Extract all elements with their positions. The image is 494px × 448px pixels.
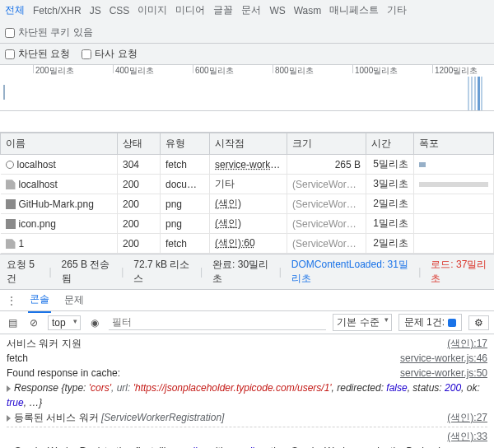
tick: 1200밀리초 — [432, 65, 478, 73]
timeline-bar — [3, 85, 5, 100]
tick: 200밀리초 — [33, 65, 74, 73]
blocked-cookie-checkbox[interactable]: 차단된 쿠키 있음 — [5, 26, 93, 40]
log-levels-select[interactable]: 기본 수준 — [333, 314, 391, 331]
kebab-icon[interactable]: ⋮ — [7, 295, 16, 306]
console-output: 서비스 워커 지원(색인):17 fetchservice-worker.js:… — [0, 334, 494, 448]
filter-문서[interactable]: 문서 — [241, 3, 261, 17]
requests-table: 이름상태유형시작점크기시간폭포 localhost304fetchservice… — [0, 133, 494, 254]
filter-JS[interactable]: JS — [90, 5, 101, 16]
filter-이미지[interactable]: 이미지 — [137, 3, 167, 17]
timeline-overview[interactable]: 200밀리초400밀리초600밀리초800밀리초1000밀리초1200밀리초 — [0, 65, 494, 111]
log-object[interactable]: Response {type: 'cors', url: 'https://js… — [7, 380, 487, 410]
filter-전체[interactable]: 전체 — [5, 3, 25, 17]
tick: 400밀리초 — [113, 65, 154, 73]
img-icon — [6, 219, 16, 229]
console-filter-input[interactable] — [109, 315, 326, 330]
timeline-end-markers — [468, 77, 482, 110]
log-line: fetch — [7, 351, 394, 366]
summary-resources: 72.7 kB 리소스 — [133, 258, 190, 286]
source-link[interactable]: (색인):27 — [447, 410, 487, 425]
table-row[interactable]: 1200fetch(색인):60(ServiceWorker)2밀리초 — [1, 234, 494, 254]
summary-finish: 완료: 30밀리초 — [212, 258, 269, 286]
expand-icon[interactable] — [7, 415, 11, 422]
issue-badge-icon — [448, 319, 456, 327]
table-row[interactable]: localhost304fetchservice-worker.j…265 B5… — [1, 155, 494, 175]
summary-transferred: 265 B 전송됨 — [62, 258, 112, 286]
img-icon — [6, 199, 16, 209]
col-header[interactable]: 시작점 — [210, 133, 287, 155]
type-filter-bar: 전체Fetch/XHRJSCSS이미지미디어글꼴문서WSWasm매니페스트기타차… — [0, 0, 494, 44]
filter-Wasm[interactable]: Wasm — [294, 5, 322, 16]
filter-Fetch/XHR[interactable]: Fetch/XHR — [33, 5, 82, 16]
col-header[interactable]: 크기 — [287, 133, 366, 155]
console-toolbar: ▤ ⊘ top ◉ 기본 수준 문제 1건: ⚙ — [0, 311, 494, 334]
clear-console-icon[interactable]: ⊘ — [26, 315, 41, 330]
tab-issues[interactable]: 문제 — [63, 288, 86, 312]
tick: 600밀리초 — [193, 65, 234, 73]
source-link[interactable]: (색인):17 — [447, 336, 487, 351]
doc-icon — [6, 180, 16, 189]
log-line: 서비스 워커 지원 — [7, 336, 440, 351]
context-select[interactable]: top — [48, 315, 81, 330]
summary-bar: 요청 5건| 265 B 전송됨| 72.7 kB 리소스| 완료: 30밀리초… — [0, 254, 494, 290]
console-settings-icon[interactable]: ⚙ — [468, 315, 489, 330]
blocked-requests-checkbox[interactable]: 차단된 요청 — [5, 47, 70, 61]
doc-icon — [6, 239, 16, 249]
col-header[interactable]: 폭포 — [414, 133, 494, 155]
gear-icon — [6, 161, 14, 169]
filter-매니페스트[interactable]: 매니페스트 — [329, 3, 379, 17]
thirdparty-checkbox[interactable]: 타사 요청 — [82, 47, 137, 61]
source-link[interactable]: service-worker.js:50 — [400, 366, 487, 380]
table-row[interactable]: localhost200docume…기타(ServiceWorker)3밀리초 — [1, 175, 494, 194]
table-row[interactable]: GitHub-Mark.png200png(색인)(ServiceWorker)… — [1, 194, 494, 214]
col-header[interactable]: 유형 — [161, 133, 210, 155]
tab-console[interactable]: 콘솔 — [28, 287, 51, 313]
log-line: 등록된 서비스 워커 [ServiceWorkerRegistration] — [7, 410, 440, 425]
filter-미디어[interactable]: 미디어 — [175, 3, 205, 17]
filter-CSS[interactable]: CSS — [110, 5, 130, 16]
tick: 1000밀리초 — [352, 65, 398, 73]
table-row[interactable]: icon.png200png(색인)(ServiceWorker)1밀리초 — [1, 214, 494, 234]
filter-글꼴[interactable]: 글꼴 — [213, 3, 233, 17]
source-link[interactable]: (색인):33 — [447, 429, 487, 444]
expand-icon[interactable] — [7, 385, 11, 392]
col-header[interactable]: 상태 — [118, 133, 161, 155]
summary-dcl: DOMContentLoaded: 31밀리초 — [291, 258, 408, 286]
issues-indicator[interactable]: 문제 1건: — [398, 314, 462, 331]
filter-WS[interactable]: WS — [269, 5, 285, 16]
summary-load: 로드: 37밀리초 — [431, 258, 487, 286]
log-object[interactable]: ServiceWorkerRegistration {installing: n… — [7, 444, 487, 448]
source-link[interactable]: service-worker.js:46 — [400, 351, 487, 366]
tick: 800밀리초 — [273, 65, 314, 73]
col-header[interactable]: 시간 — [366, 133, 414, 155]
log-line: Found response in cache: — [7, 366, 394, 380]
eye-icon[interactable]: ◉ — [87, 315, 102, 330]
drawer-tabs: ⋮ 콘솔 문제 — [0, 290, 494, 311]
extra-filter-bar: 차단된 요청 타사 요청 — [0, 44, 494, 65]
summary-requests: 요청 5건 — [7, 258, 39, 286]
sidebar-toggle-icon[interactable]: ▤ — [5, 315, 20, 330]
filter-기타[interactable]: 기타 — [387, 3, 407, 17]
col-header[interactable]: 이름 — [1, 133, 118, 155]
